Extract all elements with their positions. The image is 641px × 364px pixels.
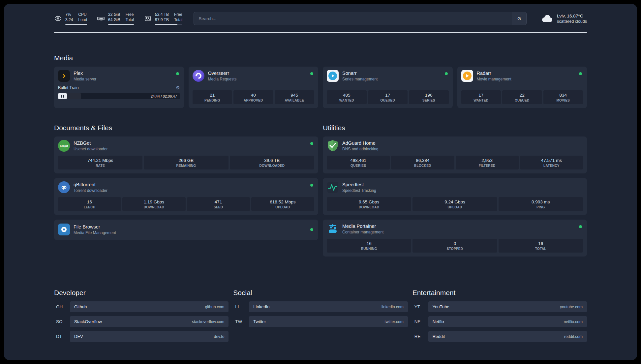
bookmark-name: Twitter <box>253 319 266 324</box>
service-name: AdGuard Home <box>342 140 378 146</box>
section-media: Media Plex Media server Bullet Train ⚙ <box>54 54 587 108</box>
plex-now-playing: Bullet Train ⚙ 24:44 / 02:06:47 <box>58 85 180 99</box>
bookmark-name: YouTube <box>433 304 449 309</box>
bookmark-url: netflix.com <box>564 319 583 324</box>
memory-usage-bar <box>108 24 134 25</box>
speedtest-pulse-icon <box>327 181 339 193</box>
memory-free-value: 22 GiB <box>108 12 120 17</box>
stat-stopped: 0 STOPPED <box>412 239 497 253</box>
bookmark-youtube[interactable]: YT YouTube youtube.com <box>412 301 587 312</box>
bookmark-abbr: SO <box>54 319 70 324</box>
section-title-media: Media <box>54 54 587 62</box>
bookmark-url: github.com <box>205 305 225 309</box>
pause-button[interactable] <box>58 93 67 99</box>
memory-free-label: Free <box>126 12 134 17</box>
search-provider-button[interactable]: G <box>512 12 526 25</box>
service-desc: Usenet downloader <box>74 147 107 151</box>
nzbget-icon: nzbget <box>58 140 70 152</box>
stat-blocked: 86,384 BLOCKED <box>391 156 454 169</box>
cpu-widget: 7% 3.24 CPU Load <box>54 12 87 25</box>
cpu-percent: 7% <box>65 12 73 17</box>
bookmark-abbr: GH <box>54 304 70 309</box>
now-playing-title: Bullet Train <box>58 85 79 90</box>
service-card-plex[interactable]: Plex Media server Bullet Train ⚙ 24:44 /… <box>54 67 184 108</box>
service-card-nzbget[interactable]: nzbget NZBGet Usenet downloader 744.21 M… <box>54 136 318 173</box>
service-name: Media Portainer <box>342 224 383 229</box>
stat-approved: 40 APPROVED <box>233 90 273 104</box>
bookmark-group-title: Developer <box>54 289 229 297</box>
bookmark-group-social: Social LI LinkedIn linkedin.com TW Twitt… <box>233 289 408 346</box>
bookmark-github[interactable]: GH Github github.com <box>54 301 229 312</box>
cpu-label: CPU <box>78 12 87 17</box>
bookmark-group-title: Social <box>233 289 408 297</box>
status-dot <box>310 72 313 75</box>
bookmark-linkedin[interactable]: LI LinkedIn linkedin.com <box>233 301 408 312</box>
service-card-adguard-home[interactable]: AdGuard Home DNS and adblocking 498,461 … <box>323 136 587 173</box>
playback-progress-bar[interactable]: 24:44 / 02:06:47 <box>58 93 180 99</box>
bookmark-twitter[interactable]: TW Twitter twitter.com <box>233 316 408 327</box>
disk-total-value: 97.9 TB <box>155 17 169 23</box>
bookmark-abbr: NF <box>412 319 428 324</box>
service-name: Speedtest <box>342 182 376 187</box>
service-card-qbittorrent[interactable]: qb qBittorrent Torrent downloader 16 LEE… <box>54 178 318 215</box>
service-card-speedtest[interactable]: Speedtest Speedtest Tracking 9.65 Gbps D… <box>323 178 587 215</box>
service-card-radarr[interactable]: Radarr Movie management 17 WANTED 22 QUE… <box>457 67 587 108</box>
bookmark-url: twitter.com <box>384 319 403 324</box>
bookmark-abbr: RE <box>412 334 428 339</box>
bookmark-url: youtube.com <box>560 305 583 309</box>
status-dot <box>310 228 313 231</box>
memory-ram-icon <box>97 15 105 22</box>
service-desc: Speedtest Tracking <box>342 188 376 193</box>
dashboard: 7% 3.24 CPU Load <box>4 4 637 360</box>
bookmark-stackoverflow[interactable]: SO StackOverflow stackoverflow.com <box>54 316 229 327</box>
stat-filtered: 2,953 FILTERED <box>456 156 519 169</box>
stat-ping: 0.993 ms PING <box>499 197 583 211</box>
service-name: Sonarr <box>342 71 378 76</box>
status-dot <box>445 72 448 75</box>
bookmark-reddit[interactable]: RE Reddit reddit.com <box>412 331 587 342</box>
stat-rate: 744.21 Mbps RATE <box>58 156 142 169</box>
service-card-overseerr[interactable]: Overseerr Media Requests 21 PENDING 40 A… <box>189 67 319 108</box>
service-desc: DNS and adblocking <box>342 147 378 151</box>
bookmark-url: stackoverflow.com <box>192 319 224 324</box>
bookmark-netflix[interactable]: NF Netflix netflix.com <box>412 316 587 327</box>
plex-icon <box>58 70 70 82</box>
memory-widget: 22 GiB 64 GiB Free Total <box>97 12 134 25</box>
section-utilities: Utilities AdGuard Home DNS and adblockin… <box>323 124 587 261</box>
status-dot <box>579 72 582 75</box>
service-name: Radarr <box>477 71 511 76</box>
stat-available: 945 AVAILABLE <box>275 90 315 104</box>
status-dot <box>176 72 179 75</box>
search-bar: G <box>194 12 527 25</box>
service-desc: Media File Management <box>74 230 116 235</box>
cpu-load-value: 3.24 <box>65 17 73 23</box>
stat-downloaded: 39.6 TB DOWNLOADED <box>230 156 314 169</box>
service-card-sonarr[interactable]: Sonarr Series management 485 WANTED 17 Q… <box>323 67 453 108</box>
resource-widgets: 7% 3.24 CPU Load <box>54 12 182 25</box>
weather-location: Lviv, 16.87°C <box>557 13 587 19</box>
bookmark-abbr: TW <box>233 319 249 324</box>
service-card-portainer[interactable]: Media Portainer Container management 16 … <box>323 220 587 257</box>
disk-total-label: Total <box>174 17 182 23</box>
bookmark-name: StackOverflow <box>74 319 102 324</box>
stat-leech: 16 LEECH <box>58 197 121 211</box>
service-card-filebrowser[interactable]: File Browser Media File Management <box>54 220 318 240</box>
disk-widget: 52.4 TB 97.9 TB Free Total <box>144 12 182 25</box>
cloud-icon <box>540 14 553 23</box>
service-name: NZBGet <box>74 140 107 146</box>
bookmark-dev[interactable]: DT DEV dev.to <box>54 331 229 342</box>
memory-total-value: 64 GiB <box>108 17 120 23</box>
portainer-crane-icon <box>327 223 339 235</box>
disk-free-label: Free <box>174 12 182 17</box>
stat-wanted: 17 WANTED <box>461 90 501 104</box>
search-input[interactable] <box>194 12 512 25</box>
stat-wanted: 485 WANTED <box>327 90 367 104</box>
service-desc: Media Requests <box>208 77 237 81</box>
stat-seed: 471 SEED <box>187 197 250 211</box>
stat-queries: 498,461 QUERIES <box>327 156 390 169</box>
bookmark-group-title: Entertainment <box>412 289 587 297</box>
cpu-load-label: Load <box>78 17 87 23</box>
settings-gear-icon[interactable]: ⚙ <box>176 85 180 90</box>
stat-movies: 834 MOVIES <box>543 90 583 104</box>
radarr-icon <box>461 70 473 82</box>
